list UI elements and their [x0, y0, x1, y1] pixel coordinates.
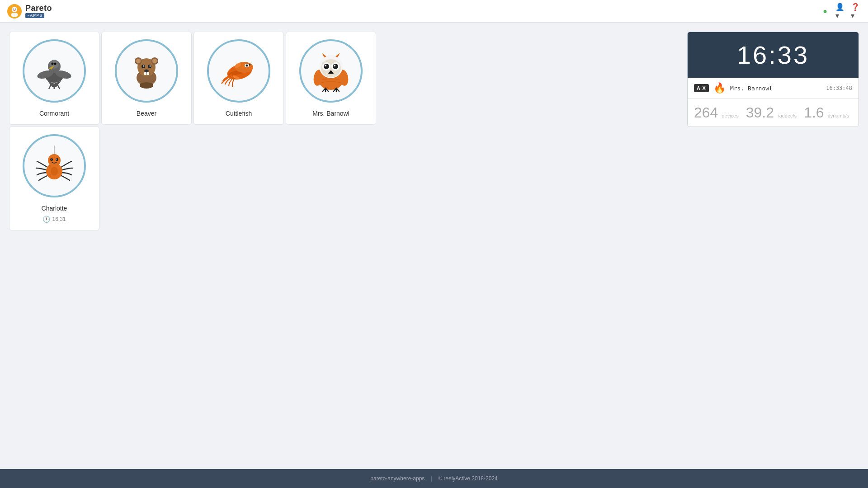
device-card-charlotte[interactable]: Charlotte 🕐 16:31: [9, 127, 99, 230]
svg-point-62: [51, 167, 58, 176]
brand-apps: ~APPS: [25, 13, 44, 18]
brand-name: Pareto: [25, 4, 52, 12]
device-name-cormorant: Cormorant: [39, 110, 69, 117]
clock-icon: 🕐: [42, 216, 50, 223]
device-card-cormorant[interactable]: Cormorant: [9, 32, 99, 125]
svg-point-16: [52, 63, 54, 65]
footer-right: © reelyActive 2018-2024: [438, 475, 498, 482]
svg-point-5: [14, 9, 16, 10]
dyn-value: 1.6: [804, 104, 824, 121]
stats-metrics: 264 devices 39.2 raddec/s 1.6 dynamb/s: [688, 99, 859, 127]
svg-point-36: [246, 65, 248, 67]
svg-point-58: [50, 158, 53, 161]
device-card-beaver[interactable]: Beaver: [101, 32, 192, 125]
spider-image: [32, 143, 77, 188]
device-name-charlotte: Charlotte: [42, 205, 67, 212]
svg-point-1: [12, 7, 17, 12]
svg-point-57: [48, 154, 61, 167]
pareto-logo-icon: [7, 4, 22, 19]
svg-point-59: [56, 158, 58, 161]
status-icon[interactable]: ●: [820, 6, 830, 16]
cormorant-image: [32, 48, 77, 94]
devices-label: devices: [722, 113, 738, 118]
svg-point-23: [152, 59, 157, 63]
svg-marker-54: [335, 53, 340, 57]
avatar-mrs-barnowl: [299, 39, 363, 103]
svg-point-2: [11, 13, 18, 17]
barnowl-image: [308, 48, 354, 94]
flame-icon: 🔥: [713, 82, 726, 94]
svg-point-49: [333, 64, 338, 69]
header-left: Pareto ~APPS: [7, 4, 52, 19]
svg-rect-29: [144, 72, 146, 75]
device-time-charlotte: 🕐 16:31: [42, 216, 66, 223]
devices-count: 264: [694, 104, 718, 121]
svg-point-48: [324, 64, 329, 69]
device-name-cuttlefish: Cuttlefish: [226, 110, 252, 117]
avatar-beaver: [115, 39, 178, 103]
svg-point-3: [13, 8, 14, 9]
help-icon[interactable]: ❓ ▾: [851, 6, 861, 16]
svg-point-26: [143, 66, 145, 67]
active-device-name: Mrs. Barnowl: [730, 85, 821, 92]
dyn-label: dynamb/s: [828, 113, 849, 118]
app-header: Pareto ~APPS ● 👤 ▾ ❓ ▾: [0, 0, 868, 23]
cuttlefish-image: [216, 48, 261, 94]
content-row: Cormorant: [9, 32, 859, 232]
stats-clock: 16:33: [688, 32, 859, 78]
device-time-value: 16:31: [52, 216, 66, 222]
cards-row-2: Charlotte 🕐 16:31: [9, 127, 680, 230]
rad-value: 39.2: [746, 104, 774, 121]
avatar-charlotte: [23, 134, 86, 197]
cards-area: Cormorant: [9, 32, 680, 232]
header-right: ● 👤 ▾ ❓ ▾: [820, 6, 861, 16]
footer-left: pareto-anywhere-apps: [370, 475, 425, 482]
svg-point-21: [136, 59, 141, 63]
device-name-mrs-barnowl: Mrs. Barnowl: [312, 110, 349, 117]
device-card-cuttlefish[interactable]: Cuttlefish: [193, 32, 284, 125]
avatar-cormorant: [23, 39, 86, 103]
avatar-cuttlefish: [207, 39, 270, 103]
svg-point-31: [140, 82, 153, 89]
svg-point-27: [150, 66, 151, 67]
device-name-beaver: Beaver: [137, 110, 156, 117]
svg-point-60: [51, 159, 52, 160]
footer-separator: |: [431, 475, 432, 482]
stats-active-device: A X 🔥 Mrs. Barnowl 16:33:48: [688, 78, 859, 99]
device-card-mrs-barnowl[interactable]: Mrs. Barnowl: [286, 32, 376, 125]
svg-point-17: [54, 63, 57, 65]
stats-panel: 16:33 A X 🔥 Mrs. Barnowl 16:33:48 264 de…: [687, 32, 859, 127]
active-device-time: 16:33:48: [826, 85, 852, 91]
svg-point-51: [334, 65, 335, 66]
svg-point-38: [249, 64, 250, 66]
rad-label: raddec/s: [778, 113, 797, 118]
brand-text: Pareto ~APPS: [25, 4, 52, 18]
svg-point-50: [325, 65, 326, 66]
beaver-image: [124, 48, 169, 94]
svg-point-61: [56, 159, 57, 160]
svg-point-4: [15, 8, 16, 9]
cards-row-1: Cormorant: [9, 32, 680, 125]
main-content: Cormorant: [0, 23, 868, 469]
svg-point-28: [144, 70, 149, 73]
svg-rect-30: [147, 72, 149, 75]
svg-marker-53: [322, 53, 326, 57]
app-footer: pareto-anywhere-apps | © reelyActive 201…: [0, 469, 868, 488]
svg-line-11: [49, 84, 51, 89]
ab-badge: A X: [694, 84, 709, 92]
svg-line-12: [57, 84, 60, 89]
user-icon[interactable]: 👤 ▾: [835, 6, 845, 16]
